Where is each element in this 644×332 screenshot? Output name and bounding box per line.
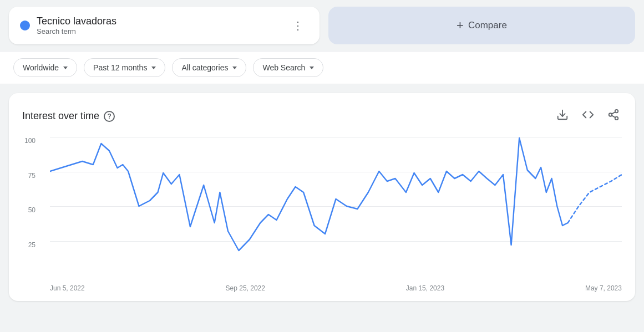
x-label-jan: Jan 15, 2023 (406, 284, 444, 292)
x-label-sep: Sep 25, 2022 (226, 284, 265, 292)
time-chevron-icon (151, 67, 156, 69)
chart-inner: Jun 5, 2022 Sep 25, 2022 Jan 15, 2023 Ma… (50, 137, 622, 292)
category-filter-label: All categories (181, 63, 228, 72)
filters-bar: Worldwide Past 12 months All categories … (0, 51, 644, 84)
y-label-50: 50 (24, 206, 36, 214)
y-label-100: 100 (24, 137, 36, 145)
chart-title-row: Interest over time ? (22, 110, 115, 122)
y-axis: 100 75 50 25 (24, 137, 36, 275)
search-term-card: Tecnico lavadoras Search term ⋮ (9, 7, 320, 44)
category-chevron-icon (232, 67, 237, 69)
chart-card: Interest over time ? (9, 93, 635, 301)
region-filter-button[interactable]: Worldwide (13, 58, 77, 77)
search-term-text: Tecnico lavadoras Search term (37, 16, 116, 35)
search-type-filter-label: Web Search (262, 63, 305, 72)
search-type-filter-button[interactable]: Web Search (253, 58, 323, 77)
y-label-25: 25 (24, 241, 36, 249)
search-type-chevron-icon (310, 67, 314, 69)
compare-label: Compare (468, 20, 507, 31)
compare-card[interactable]: + Compare (328, 7, 635, 44)
chart-area: 100 75 50 25 (50, 137, 622, 292)
x-label-may: May 7, 2023 (585, 284, 622, 292)
chart-svg (50, 137, 622, 275)
download-icon[interactable] (554, 106, 571, 126)
embed-code-icon[interactable] (580, 106, 596, 126)
svg-line-4 (612, 115, 615, 118)
search-term-left: Tecnico lavadoras Search term (20, 16, 116, 35)
chart-actions (554, 106, 622, 126)
chart-header: Interest over time ? (22, 106, 622, 126)
top-section: Tecnico lavadoras Search term ⋮ + Compar… (0, 0, 644, 51)
share-icon[interactable] (605, 106, 622, 126)
category-filter-button[interactable]: All categories (172, 58, 246, 77)
trend-line-dotted (568, 175, 622, 223)
compare-plus-icon: + (457, 18, 464, 33)
x-label-jun: Jun 5, 2022 (50, 284, 85, 292)
more-options-button[interactable]: ⋮ (288, 17, 308, 34)
y-label-75: 75 (24, 172, 36, 180)
region-chevron-icon (63, 67, 68, 69)
region-filter-label: Worldwide (23, 63, 59, 72)
term-name: Tecnico lavadoras (37, 16, 116, 27)
time-filter-button[interactable]: Past 12 months (84, 58, 165, 77)
term-label: Search term (37, 27, 116, 35)
svg-line-5 (612, 112, 615, 114)
x-axis: Jun 5, 2022 Sep 25, 2022 Jan 15, 2023 Ma… (50, 277, 622, 292)
trend-line-solid (50, 138, 568, 251)
main-content: Interest over time ? (0, 84, 644, 310)
time-filter-label: Past 12 months (93, 63, 147, 72)
blue-dot-indicator (20, 21, 30, 30)
chart-title: Interest over time (22, 110, 99, 122)
help-icon[interactable]: ? (104, 111, 115, 122)
